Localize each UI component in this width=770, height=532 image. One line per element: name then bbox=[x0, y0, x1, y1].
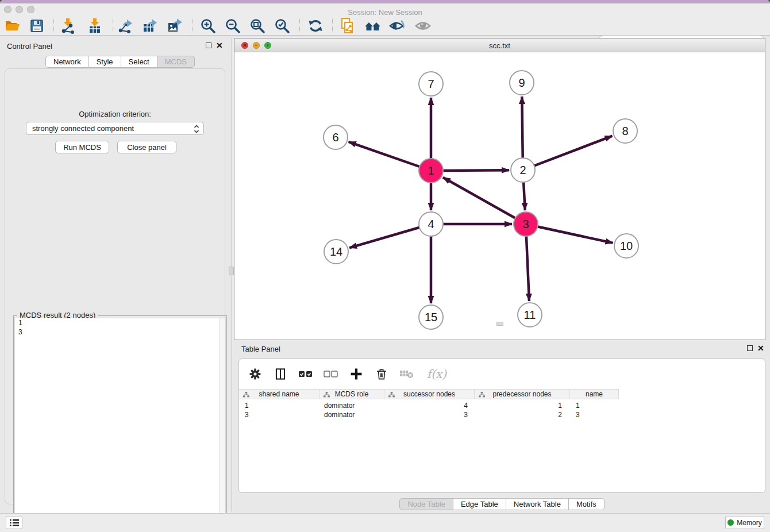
home-icon[interactable] bbox=[363, 17, 383, 34]
node-label-3: 3 bbox=[522, 218, 529, 230]
session-title: Session: New Session bbox=[0, 8, 770, 17]
mcds-panel-body: Optimization criterion: strongly connect… bbox=[5, 68, 225, 504]
table-row[interactable]: 3 dominator 3 2 3 bbox=[239, 410, 619, 419]
column-header-mcds-role[interactable]: MCDS role bbox=[319, 390, 384, 399]
show-columns-icon[interactable] bbox=[272, 366, 288, 382]
column-header-successor-nodes[interactable]: successor nodes bbox=[384, 390, 475, 399]
toolbar-separator bbox=[113, 18, 113, 33]
tab-network-table[interactable]: Network Table bbox=[506, 498, 569, 510]
splitter-handle[interactable] bbox=[229, 267, 234, 275]
open-session-icon[interactable] bbox=[3, 17, 22, 34]
column-type-icon bbox=[324, 392, 330, 398]
column-type-icon bbox=[388, 392, 395, 398]
node-label-2: 2 bbox=[519, 164, 526, 176]
show-all-icon[interactable] bbox=[414, 17, 433, 34]
tab-motifs[interactable]: Motifs bbox=[569, 498, 605, 510]
edge-4-14[interactable] bbox=[349, 224, 431, 248]
edge-1-6[interactable] bbox=[349, 142, 431, 171]
table-panel-title: Table Panel bbox=[241, 345, 280, 353]
column-header-shared-name[interactable]: shared name bbox=[239, 390, 319, 399]
table-toolbar: f(x) bbox=[239, 359, 765, 389]
zoom-selected-icon[interactable] bbox=[272, 17, 292, 34]
node-label-7: 7 bbox=[428, 78, 434, 90]
export-network-icon[interactable] bbox=[116, 17, 135, 34]
close-panel-icon[interactable]: ✕ bbox=[216, 43, 223, 48]
add-row-icon[interactable] bbox=[348, 366, 364, 382]
node-label-4: 4 bbox=[428, 218, 434, 230]
network-canvas[interactable]: 7968124314101511 bbox=[234, 52, 765, 340]
result-line: 3 bbox=[15, 327, 225, 337]
network-title: scc.txt bbox=[234, 41, 765, 50]
status-bar: Memory bbox=[0, 513, 770, 532]
node-table-container: f(x) shared name MCDS role successor nod… bbox=[238, 358, 765, 493]
import-network-icon[interactable] bbox=[58, 17, 78, 34]
task-history-button[interactable] bbox=[6, 516, 22, 529]
canvas-resize-handle[interactable] bbox=[496, 322, 503, 326]
toolbar-separator bbox=[332, 18, 333, 33]
result-scrollbar[interactable] bbox=[219, 318, 225, 529]
column-type-icon bbox=[479, 392, 485, 398]
tab-network[interactable]: Network bbox=[45, 56, 89, 68]
node-label-10: 10 bbox=[620, 240, 633, 252]
dropdown-stepper-icon bbox=[193, 124, 200, 134]
control-panel: Control Panel ✕ Network Style Select MCD… bbox=[0, 38, 230, 511]
table-tabs: Node Table Edge Table Network Table Moti… bbox=[234, 498, 770, 510]
export-table-icon[interactable] bbox=[140, 17, 160, 34]
tab-edge-table[interactable]: Edge Table bbox=[453, 498, 506, 510]
toolbar-separator bbox=[53, 18, 54, 33]
network-window-titlebar[interactable]: ✕ − + scc.txt bbox=[234, 38, 765, 52]
node-label-8: 8 bbox=[622, 125, 628, 137]
hide-selected-icon[interactable] bbox=[388, 17, 407, 34]
main-titlebar[interactable]: Session: New Session bbox=[0, 3, 770, 16]
criterion-dropdown[interactable]: strongly connected component bbox=[26, 122, 204, 135]
destroy-table-icon[interactable] bbox=[399, 366, 415, 382]
run-mcds-button[interactable]: Run MCDS bbox=[55, 141, 109, 153]
edge-2-8[interactable] bbox=[523, 136, 613, 170]
mcds-result-group: MCDS result (2 nodes) 1 3 bbox=[13, 315, 227, 531]
zoom-out-icon[interactable] bbox=[223, 17, 242, 34]
function-builder-icon[interactable]: f(x) bbox=[424, 366, 449, 382]
zoom-fit-icon[interactable] bbox=[248, 17, 267, 34]
optimization-criterion-label: Optimization criterion: bbox=[5, 110, 225, 118]
export-image-icon[interactable] bbox=[165, 17, 184, 34]
tab-mcds[interactable]: MCDS bbox=[157, 56, 195, 68]
toolbar-separator bbox=[192, 18, 192, 33]
tab-style[interactable]: Style bbox=[89, 56, 121, 68]
table-header-row: shared name MCDS role successor nodes pr… bbox=[239, 389, 619, 399]
select-all-icon[interactable] bbox=[298, 366, 314, 382]
import-table-icon[interactable] bbox=[85, 17, 105, 34]
node-label-15: 15 bbox=[425, 311, 437, 323]
node-label-14: 14 bbox=[330, 245, 342, 258]
close-panel-button[interactable]: Close panel bbox=[117, 141, 176, 153]
refresh-icon[interactable] bbox=[306, 17, 325, 34]
save-session-icon[interactable] bbox=[27, 17, 47, 34]
node-label-6: 6 bbox=[332, 131, 338, 144]
delete-row-icon[interactable] bbox=[374, 366, 390, 382]
control-panel-title: Control Panel bbox=[7, 42, 52, 51]
tab-node-table[interactable]: Node Table bbox=[399, 498, 453, 510]
tab-select[interactable]: Select bbox=[121, 56, 157, 68]
close-table-panel-icon[interactable]: ✕ bbox=[757, 345, 764, 351]
deselect-all-icon[interactable] bbox=[323, 366, 339, 382]
network-graph: 7968124314101511 bbox=[234, 52, 765, 340]
edge-3-10[interactable] bbox=[526, 224, 613, 243]
column-type-icon bbox=[243, 392, 249, 398]
node-label-9: 9 bbox=[518, 76, 525, 89]
toolbar-separator bbox=[299, 18, 300, 33]
memory-button[interactable]: Memory bbox=[725, 516, 764, 529]
table-settings-icon[interactable] bbox=[247, 366, 263, 382]
mcds-result-textarea[interactable]: 1 3 bbox=[14, 318, 226, 530]
float-table-panel-icon[interactable] bbox=[747, 345, 753, 351]
copy-network-icon[interactable] bbox=[338, 17, 357, 34]
column-header-predecessor-nodes[interactable]: predecessor nodes bbox=[475, 390, 570, 399]
float-panel-icon[interactable] bbox=[206, 43, 211, 48]
zoom-in-icon[interactable] bbox=[198, 17, 218, 34]
node-label-11: 11 bbox=[524, 309, 536, 321]
memory-label: Memory bbox=[737, 519, 761, 527]
column-header-name[interactable]: name bbox=[570, 390, 619, 399]
network-view-window: ✕ − + scc.txt 7968124314101511 bbox=[234, 38, 765, 340]
application-window: Session: New Session bbox=[0, 0, 770, 532]
edge-3-1[interactable] bbox=[443, 178, 526, 224]
node-label-1: 1 bbox=[428, 164, 434, 177]
table-row[interactable]: 1 dominator 4 1 1 bbox=[239, 401, 619, 410]
